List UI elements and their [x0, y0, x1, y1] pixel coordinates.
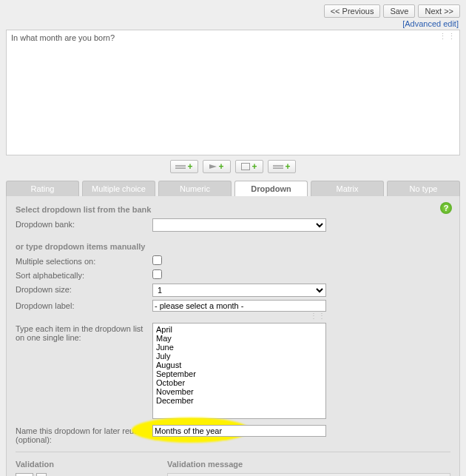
sort-alpha-checkbox[interactable] [152, 269, 162, 279]
tab-matrix[interactable]: Matrix [311, 181, 384, 196]
dropdown-name-input[interactable] [152, 425, 326, 437]
plus-icon: + [187, 162, 192, 171]
insert-box-button[interactable]: + [235, 160, 263, 173]
insert-lines-button[interactable]: + [170, 160, 198, 173]
dropdown-size-select[interactable]: 1 [152, 284, 326, 297]
dropdown-label-input[interactable] [152, 300, 326, 312]
box-icon [241, 163, 250, 170]
highlight-annotation [152, 425, 326, 437]
tab-numeric[interactable]: Numeric [158, 181, 232, 196]
plus-icon: + [285, 162, 290, 171]
dropdown-items-textarea[interactable]: April May June July August September Oct… [152, 323, 326, 419]
selections-required-input[interactable] [16, 473, 33, 476]
insert-pencil-button[interactable]: + [203, 160, 231, 173]
validation-title: Validation [16, 460, 152, 469]
dropdown-size-label: Dropdown size: [16, 284, 152, 294]
save-button[interactable]: Save [383, 4, 415, 18]
tab-multiple-choice[interactable]: Multiple choice [82, 181, 155, 196]
tab-dropdown[interactable]: Dropdown [234, 181, 308, 196]
lines-icon [273, 165, 283, 169]
sort-alpha-label: Sort alphabetically: [16, 269, 152, 280]
validation-message-title: Validation message [167, 460, 450, 469]
question-text: In what month are you born? [11, 33, 115, 42]
next-button[interactable]: Next >> [418, 4, 460, 18]
dropdown-label-label: Dropdown label: [16, 300, 152, 310]
divider [16, 452, 450, 452]
validation-min-message [167, 473, 450, 476]
pencil-icon [209, 164, 217, 169]
previous-button[interactable]: << Previous [324, 4, 381, 18]
spinner-down-icon[interactable]: ▾ [36, 473, 47, 476]
drag-handle-icon[interactable]: ⋮⋮ [439, 32, 456, 41]
tab-no-type[interactable]: No type [387, 181, 460, 196]
manual-section-title: or type dropdown items manually [16, 242, 450, 251]
items-label: Type each item in the dropdown list on o… [16, 323, 152, 342]
multiple-selections-label: Multiple selections on: [16, 255, 152, 266]
dropdown-bank-select[interactable] [152, 218, 326, 232]
dropdown-bank-label: Dropdown bank: [16, 218, 152, 229]
tab-rating[interactable]: Rating [6, 181, 79, 196]
insert-lines2-button[interactable]: + [268, 160, 296, 173]
plus-icon: + [251, 162, 257, 171]
lines-icon [175, 165, 186, 169]
plus-icon: + [218, 162, 223, 171]
advanced-edit-link[interactable]: [Advanced edit] [402, 19, 459, 28]
multiple-selections-checkbox[interactable] [152, 255, 162, 265]
bank-section-title: Select dropdown list from the bank [16, 205, 450, 214]
question-text-area[interactable]: ⋮⋮ In what month are you born? [6, 30, 460, 155]
drag-handle-icon[interactable]: ⋮⋮ [152, 312, 326, 320]
help-icon[interactable]: ? [440, 202, 452, 214]
